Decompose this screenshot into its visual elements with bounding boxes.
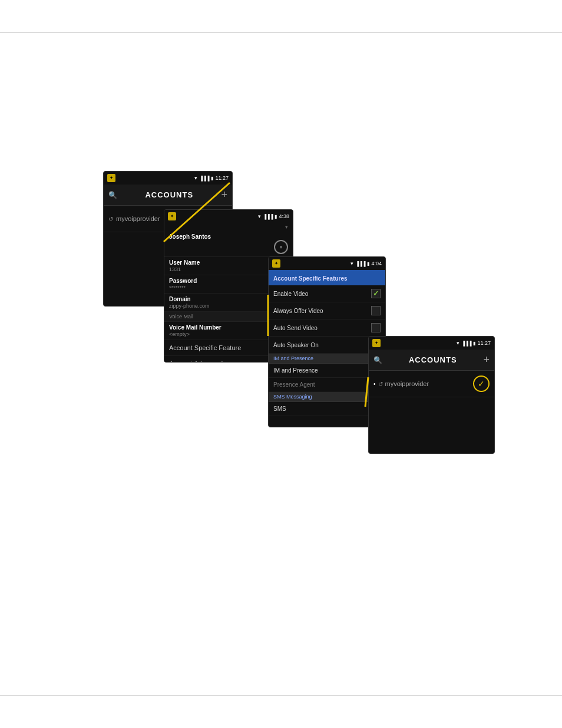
screen2-signal-icon: ▐▐▐ (263, 214, 273, 219)
screen2-avatar-icon: ▾ (280, 245, 282, 250)
screen1-status-left: ✦ (107, 174, 115, 182)
screen1-status-bar: ✦ ▾ ▐▐▐ ▮ 11:27 (104, 172, 232, 185)
screen4-add-button[interactable]: + (483, 354, 490, 366)
screen4-time: 11:27 (477, 340, 491, 346)
screen4-check-icon: ✓ (478, 379, 485, 388)
screen3-always-offer-video-label: Always Offer Video (273, 308, 323, 314)
screen1-status-right: ▾ ▐▐▐ ▮ 11:27 (194, 175, 229, 181)
screen1-account-dot: ↺ (108, 216, 113, 222)
screen3-wifi-icon: ▾ (351, 261, 353, 266)
top-divider (0, 32, 562, 33)
screen1-time: 11:27 (215, 175, 229, 181)
screen1-title: ACCOUNTS (145, 190, 193, 199)
screen1-wifi-icon: ▾ (194, 175, 197, 181)
screen4-bullet: • (373, 381, 376, 387)
screen4-accounts-final: ✦ ▾ ▐▐▐ ▮ 11:27 🔍 ACCOUNTS + • ↺ myvoipp… (368, 336, 495, 454)
screen2-status-bar: ✦ ▾ ▐▐▐ ▮ 4:38 (164, 210, 293, 223)
screen2-chevron-icon: ▾ (285, 224, 288, 230)
screen3-auto-send-video-checkbox[interactable] (371, 323, 381, 332)
screen3-enable-video-checkbox[interactable]: ✓ (371, 289, 381, 298)
screen3-battery-icon: ▮ (367, 261, 369, 266)
screen2-battery-icon: ▮ (275, 214, 277, 219)
screen2-dropdown: ▾ (164, 223, 293, 231)
screen3-presence-agent-label: Presence Agent (273, 381, 315, 388)
screen3-status-right: ▾ ▐▐▐ ▮ 4:04 (351, 261, 382, 266)
screen3-signal-icon: ▐▐▐ (355, 261, 365, 266)
screen1-add-button[interactable]: + (221, 189, 227, 201)
screen4-wifi-icon: ▾ (457, 340, 459, 346)
screen3-auto-speaker-label: Auto Speaker On (273, 342, 319, 348)
screen4-check-circle: ✓ (473, 375, 490, 392)
screen3-feature-enable-video[interactable]: Enable Video ✓ (269, 285, 385, 302)
screen1-app-icon: ✦ (107, 174, 115, 182)
screen3-feature-auto-send-video[interactable]: Auto Send Video (269, 319, 385, 337)
screen4-signal-icon: ▐▐▐ (461, 341, 471, 346)
screen1-action-bar: 🔍 ACCOUNTS + (104, 185, 232, 206)
screen4-status-right: ▾ ▐▐▐ ▮ 11:27 (457, 340, 491, 346)
screen3-status-bar: ✦ ▾ ▐▐▐ ▮ 4:04 (269, 257, 385, 270)
screen3-time: 4:04 (371, 261, 382, 266)
screen2-status-left: ✦ (168, 212, 176, 220)
screen4-account-item[interactable]: • ↺ myvoipprovider ✓ (369, 371, 494, 397)
bottom-divider (0, 695, 562, 696)
screen1-battery-icon: ▮ (211, 176, 213, 181)
screen3-feature-always-offer-video[interactable]: Always Offer Video (269, 302, 385, 319)
screen4-app-icon: ✦ (372, 339, 381, 347)
screen2-avatar-circle: ▾ (274, 240, 288, 254)
screen2-account-advanced-label: Account Advanced (169, 360, 223, 363)
screen2-wifi-icon: ▾ (258, 213, 261, 219)
screen3-features-title: Account Specific Features (273, 275, 348, 282)
screen1-search-icon: 🔍 (108, 191, 117, 199)
screen4-title: ACCOUNTS (409, 355, 457, 364)
screen3-always-offer-video-checkbox[interactable] (371, 306, 381, 315)
screen4-status-left: ✦ (372, 339, 381, 347)
screen2-time: 4:38 (279, 213, 289, 219)
screen3-enable-video-check-icon: ✓ (373, 289, 379, 298)
screen3-auto-send-video-label: Auto Send Video (273, 325, 318, 331)
screen3-app-icon: ✦ (272, 259, 280, 268)
screen4-action-bar: 🔍 ACCOUNTS + (369, 350, 494, 371)
screen4-account-name: myvoipprovider (385, 380, 473, 387)
screen3-features-header: Account Specific Features (269, 270, 385, 285)
screen4-battery-icon: ▮ (473, 341, 475, 346)
screen4-search-icon: 🔍 (373, 356, 382, 364)
screen2-status-right: ▾ ▐▐▐ ▮ 4:38 (258, 213, 289, 219)
screen4-status-bar: ✦ ▾ ▐▐▐ ▮ 11:27 (369, 337, 494, 350)
screen3-sms-label: SMS (273, 406, 286, 412)
screen2-app-icon: ✦ (168, 212, 176, 220)
screen2-field-name: Joseph Santos ▾ (164, 231, 293, 257)
screen2-account-specific-label: Account Specific Feature (169, 344, 241, 351)
screen3-enable-video-label: Enable Video (273, 291, 308, 297)
screen2-name-label: Joseph Santos (169, 233, 288, 240)
screen3-im-label: IM and Presence (273, 367, 318, 374)
screen1-signal-icon: ▐▐▐ (199, 176, 209, 181)
screen4-account-icon: ↺ (378, 381, 383, 387)
screen3-status-left: ✦ (272, 259, 280, 268)
